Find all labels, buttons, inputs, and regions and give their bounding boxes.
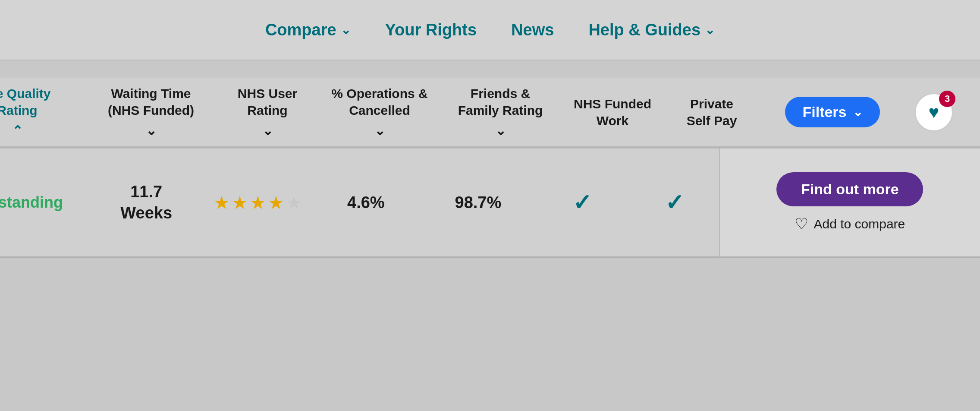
col-header-friends-family-label: Friends &Family Rating	[458, 85, 543, 119]
find-out-more-label: Find out more	[801, 181, 899, 197]
sort-down-icon-3: ⌄	[374, 122, 385, 139]
sort-down-icon-2: ⌄	[262, 122, 273, 139]
top-navigation: Compare ⌄ Your Rights News Help & Guides…	[0, 0, 980, 60]
help-guides-chevron-icon: ⌄	[705, 23, 715, 37]
filters-chevron-icon: ⌄	[853, 105, 863, 119]
waiting-time-value: 11.7	[130, 181, 162, 202]
bottom-partial-row	[0, 256, 980, 326]
cell-nhs-user-rating: ★ ★ ★ ★ ★	[206, 192, 310, 213]
sort-down-icon: ⌄	[146, 122, 157, 139]
filters-button[interactable]: Filters ⌄	[785, 97, 879, 127]
cell-nhs-funded-check: ✓	[534, 190, 630, 215]
star-5: ★	[286, 192, 302, 213]
spacer-1	[0, 60, 980, 78]
compare-badge: 3	[939, 91, 955, 107]
nav-news[interactable]: News	[511, 21, 554, 39]
heart-icon: ♥	[929, 102, 939, 123]
sort-down-icon-4: ⌄	[495, 122, 506, 139]
column-headers-row: are QualityRating ⌃ Waiting Time(NHS Fun…	[0, 78, 980, 147]
data-row-1: Outstanding 11.7 Weeks ★ ★ ★ ★ ★ 4.6% 98…	[0, 149, 980, 256]
col-header-care-quality-label: are QualityRating	[0, 85, 51, 119]
care-quality-value: Outstanding	[0, 193, 63, 212]
col-header-operations[interactable]: % Operations &Cancelled ⌄	[319, 85, 440, 139]
nhs-funded-checkmark-icon: ✓	[573, 190, 592, 215]
nav-compare-label: Compare	[265, 21, 336, 39]
add-to-compare-button[interactable]: ♡ Add to compare	[795, 215, 905, 233]
sort-asc-icon: ⌃	[12, 122, 23, 139]
col-header-care-quality[interactable]: are QualityRating ⌃	[0, 85, 60, 139]
star-1: ★	[214, 192, 230, 213]
action-panel: Find out more ♡ Add to compare	[719, 149, 980, 256]
private-self-pay-checkmark-icon: ✓	[665, 190, 684, 215]
star-4: ★	[268, 192, 284, 213]
friends-family-value: 98.7%	[455, 193, 502, 212]
cell-friends-family-pct: 98.7%	[422, 193, 534, 212]
nav-help-guides[interactable]: Help & Guides ⌄	[588, 21, 715, 39]
col-header-waiting-time[interactable]: Waiting Time(NHS Funded) ⌄	[86, 85, 216, 139]
compare-heart-button[interactable]: ♥ 3	[914, 93, 953, 132]
col-header-nhs-user-label: NHS UserRating	[238, 85, 297, 119]
nav-news-label: News	[511, 21, 554, 39]
nav-compare[interactable]: Compare ⌄	[265, 21, 351, 39]
cell-waiting-time: 11.7 Weeks	[86, 181, 206, 224]
operations-pct-value: 4.6%	[347, 193, 385, 212]
star-2: ★	[232, 192, 248, 213]
nav-your-rights-label: Your Rights	[385, 21, 477, 39]
col-header-private-self-pay[interactable]: PrivateSelf Pay	[664, 95, 759, 129]
col-header-friends-family[interactable]: Friends &Family Rating ⌄	[440, 85, 561, 139]
nav-help-guides-label: Help & Guides	[588, 21, 700, 39]
col-header-waiting-time-label: Waiting Time(NHS Funded)	[108, 85, 194, 119]
compare-chevron-icon: ⌄	[341, 23, 351, 37]
waiting-time-unit: Weeks	[120, 202, 172, 224]
col-header-nhs-funded-work[interactable]: NHS FundedWork	[561, 95, 664, 129]
col-header-operations-label: % Operations &Cancelled	[331, 85, 427, 119]
star-rating: ★ ★ ★ ★ ★	[214, 192, 302, 213]
cell-private-self-pay-check: ✓	[631, 190, 719, 215]
heart-col: ♥ 3	[906, 93, 962, 132]
nav-your-rights[interactable]: Your Rights	[385, 21, 477, 39]
filters-col: Filters ⌄	[759, 97, 906, 127]
cell-operations-pct: 4.6%	[310, 193, 422, 212]
add-compare-heart-icon: ♡	[795, 215, 808, 233]
star-3: ★	[250, 192, 266, 213]
col-header-private-self-pay-label: PrivateSelf Pay	[687, 95, 737, 129]
col-header-nhs-funded-work-label: NHS FundedWork	[574, 95, 651, 129]
add-to-compare-label: Add to compare	[814, 217, 905, 231]
cell-care-quality: Outstanding	[0, 193, 60, 212]
find-out-more-button[interactable]: Find out more	[776, 172, 923, 206]
col-header-nhs-user[interactable]: NHS UserRating ⌄	[216, 85, 319, 139]
filters-button-label: Filters	[802, 104, 846, 120]
